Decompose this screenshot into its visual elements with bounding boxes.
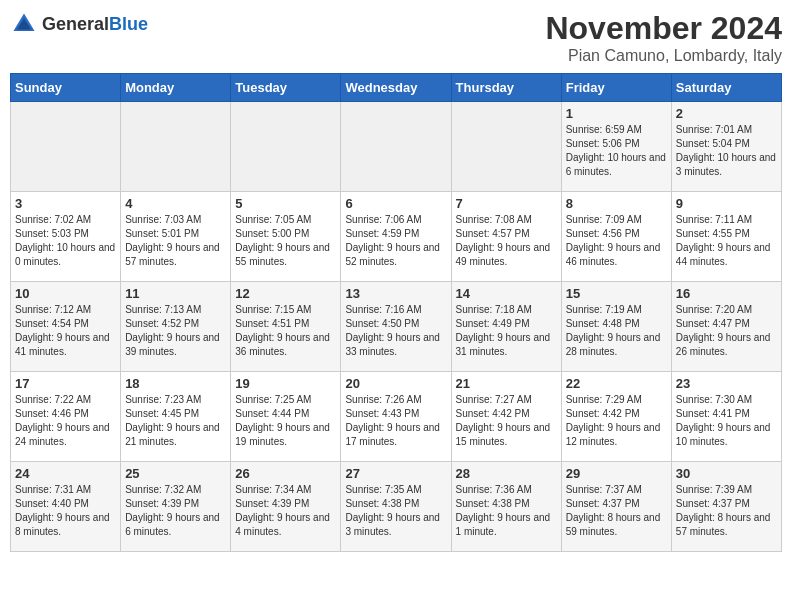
day-info: Sunrise: 7:29 AM Sunset: 4:42 PM Dayligh…	[566, 393, 667, 449]
day-info: Sunrise: 7:36 AM Sunset: 4:38 PM Dayligh…	[456, 483, 557, 539]
day-number: 1	[566, 106, 667, 121]
calendar-day-cell: 20Sunrise: 7:26 AM Sunset: 4:43 PM Dayli…	[341, 372, 451, 462]
calendar-day-cell: 1Sunrise: 6:59 AM Sunset: 5:06 PM Daylig…	[561, 102, 671, 192]
day-info: Sunrise: 7:39 AM Sunset: 4:37 PM Dayligh…	[676, 483, 777, 539]
day-info: Sunrise: 7:22 AM Sunset: 4:46 PM Dayligh…	[15, 393, 116, 449]
day-info: Sunrise: 7:20 AM Sunset: 4:47 PM Dayligh…	[676, 303, 777, 359]
day-info: Sunrise: 7:32 AM Sunset: 4:39 PM Dayligh…	[125, 483, 226, 539]
logo-icon	[10, 10, 38, 38]
day-info: Sunrise: 7:23 AM Sunset: 4:45 PM Dayligh…	[125, 393, 226, 449]
calendar-day-cell: 6Sunrise: 7:06 AM Sunset: 4:59 PM Daylig…	[341, 192, 451, 282]
day-info: Sunrise: 7:34 AM Sunset: 4:39 PM Dayligh…	[235, 483, 336, 539]
calendar-day-cell	[121, 102, 231, 192]
calendar-day-cell: 10Sunrise: 7:12 AM Sunset: 4:54 PM Dayli…	[11, 282, 121, 372]
calendar-day-cell: 23Sunrise: 7:30 AM Sunset: 4:41 PM Dayli…	[671, 372, 781, 462]
day-number: 3	[15, 196, 116, 211]
day-number: 25	[125, 466, 226, 481]
logo-general: General	[42, 14, 109, 34]
day-number: 2	[676, 106, 777, 121]
day-number: 17	[15, 376, 116, 391]
day-number: 18	[125, 376, 226, 391]
calendar-week-row: 24Sunrise: 7:31 AM Sunset: 4:40 PM Dayli…	[11, 462, 782, 552]
day-number: 15	[566, 286, 667, 301]
day-number: 16	[676, 286, 777, 301]
day-number: 8	[566, 196, 667, 211]
header: GeneralBlue November 2024 Pian Camuno, L…	[10, 10, 782, 65]
calendar-day-cell: 9Sunrise: 7:11 AM Sunset: 4:55 PM Daylig…	[671, 192, 781, 282]
calendar-day-cell: 7Sunrise: 7:08 AM Sunset: 4:57 PM Daylig…	[451, 192, 561, 282]
day-info: Sunrise: 7:08 AM Sunset: 4:57 PM Dayligh…	[456, 213, 557, 269]
day-number: 5	[235, 196, 336, 211]
calendar-day-cell: 18Sunrise: 7:23 AM Sunset: 4:45 PM Dayli…	[121, 372, 231, 462]
day-info: Sunrise: 7:19 AM Sunset: 4:48 PM Dayligh…	[566, 303, 667, 359]
day-number: 23	[676, 376, 777, 391]
calendar-week-row: 10Sunrise: 7:12 AM Sunset: 4:54 PM Dayli…	[11, 282, 782, 372]
calendar-day-cell	[451, 102, 561, 192]
day-info: Sunrise: 7:25 AM Sunset: 4:44 PM Dayligh…	[235, 393, 336, 449]
calendar-day-cell: 3Sunrise: 7:02 AM Sunset: 5:03 PM Daylig…	[11, 192, 121, 282]
day-number: 30	[676, 466, 777, 481]
day-info: Sunrise: 7:37 AM Sunset: 4:37 PM Dayligh…	[566, 483, 667, 539]
day-info: Sunrise: 7:02 AM Sunset: 5:03 PM Dayligh…	[15, 213, 116, 269]
weekday-header-cell: Thursday	[451, 74, 561, 102]
day-number: 13	[345, 286, 446, 301]
calendar-day-cell: 12Sunrise: 7:15 AM Sunset: 4:51 PM Dayli…	[231, 282, 341, 372]
calendar-day-cell: 4Sunrise: 7:03 AM Sunset: 5:01 PM Daylig…	[121, 192, 231, 282]
day-number: 12	[235, 286, 336, 301]
calendar-day-cell: 15Sunrise: 7:19 AM Sunset: 4:48 PM Dayli…	[561, 282, 671, 372]
title-area: November 2024 Pian Camuno, Lombardy, Ita…	[545, 10, 782, 65]
calendar-day-cell: 2Sunrise: 7:01 AM Sunset: 5:04 PM Daylig…	[671, 102, 781, 192]
day-info: Sunrise: 7:27 AM Sunset: 4:42 PM Dayligh…	[456, 393, 557, 449]
calendar-day-cell: 29Sunrise: 7:37 AM Sunset: 4:37 PM Dayli…	[561, 462, 671, 552]
weekday-header-row: SundayMondayTuesdayWednesdayThursdayFrid…	[11, 74, 782, 102]
calendar-day-cell: 25Sunrise: 7:32 AM Sunset: 4:39 PM Dayli…	[121, 462, 231, 552]
weekday-header-cell: Friday	[561, 74, 671, 102]
day-info: Sunrise: 7:15 AM Sunset: 4:51 PM Dayligh…	[235, 303, 336, 359]
logo-blue: Blue	[109, 14, 148, 34]
month-title: November 2024	[545, 10, 782, 47]
calendar-day-cell: 5Sunrise: 7:05 AM Sunset: 5:00 PM Daylig…	[231, 192, 341, 282]
day-number: 7	[456, 196, 557, 211]
day-info: Sunrise: 7:03 AM Sunset: 5:01 PM Dayligh…	[125, 213, 226, 269]
day-number: 10	[15, 286, 116, 301]
day-number: 21	[456, 376, 557, 391]
calendar-body: 1Sunrise: 6:59 AM Sunset: 5:06 PM Daylig…	[11, 102, 782, 552]
day-info: Sunrise: 7:05 AM Sunset: 5:00 PM Dayligh…	[235, 213, 336, 269]
calendar-day-cell: 24Sunrise: 7:31 AM Sunset: 4:40 PM Dayli…	[11, 462, 121, 552]
calendar-day-cell: 27Sunrise: 7:35 AM Sunset: 4:38 PM Dayli…	[341, 462, 451, 552]
day-number: 4	[125, 196, 226, 211]
day-info: Sunrise: 6:59 AM Sunset: 5:06 PM Dayligh…	[566, 123, 667, 179]
logo: GeneralBlue	[10, 10, 148, 38]
day-info: Sunrise: 7:35 AM Sunset: 4:38 PM Dayligh…	[345, 483, 446, 539]
calendar-week-row: 1Sunrise: 6:59 AM Sunset: 5:06 PM Daylig…	[11, 102, 782, 192]
day-info: Sunrise: 7:16 AM Sunset: 4:50 PM Dayligh…	[345, 303, 446, 359]
day-number: 27	[345, 466, 446, 481]
weekday-header-cell: Saturday	[671, 74, 781, 102]
calendar-day-cell: 17Sunrise: 7:22 AM Sunset: 4:46 PM Dayli…	[11, 372, 121, 462]
calendar-day-cell: 26Sunrise: 7:34 AM Sunset: 4:39 PM Dayli…	[231, 462, 341, 552]
day-info: Sunrise: 7:06 AM Sunset: 4:59 PM Dayligh…	[345, 213, 446, 269]
calendar-day-cell: 28Sunrise: 7:36 AM Sunset: 4:38 PM Dayli…	[451, 462, 561, 552]
calendar-day-cell: 14Sunrise: 7:18 AM Sunset: 4:49 PM Dayli…	[451, 282, 561, 372]
calendar-day-cell	[341, 102, 451, 192]
calendar-day-cell	[231, 102, 341, 192]
day-info: Sunrise: 7:01 AM Sunset: 5:04 PM Dayligh…	[676, 123, 777, 179]
day-info: Sunrise: 7:26 AM Sunset: 4:43 PM Dayligh…	[345, 393, 446, 449]
location-title: Pian Camuno, Lombardy, Italy	[545, 47, 782, 65]
day-info: Sunrise: 7:11 AM Sunset: 4:55 PM Dayligh…	[676, 213, 777, 269]
calendar-day-cell: 30Sunrise: 7:39 AM Sunset: 4:37 PM Dayli…	[671, 462, 781, 552]
day-info: Sunrise: 7:12 AM Sunset: 4:54 PM Dayligh…	[15, 303, 116, 359]
day-number: 6	[345, 196, 446, 211]
day-info: Sunrise: 7:18 AM Sunset: 4:49 PM Dayligh…	[456, 303, 557, 359]
calendar-week-row: 17Sunrise: 7:22 AM Sunset: 4:46 PM Dayli…	[11, 372, 782, 462]
calendar-week-row: 3Sunrise: 7:02 AM Sunset: 5:03 PM Daylig…	[11, 192, 782, 282]
day-number: 26	[235, 466, 336, 481]
calendar-day-cell: 16Sunrise: 7:20 AM Sunset: 4:47 PM Dayli…	[671, 282, 781, 372]
day-number: 24	[15, 466, 116, 481]
weekday-header-cell: Monday	[121, 74, 231, 102]
calendar-day-cell: 8Sunrise: 7:09 AM Sunset: 4:56 PM Daylig…	[561, 192, 671, 282]
calendar-day-cell: 19Sunrise: 7:25 AM Sunset: 4:44 PM Dayli…	[231, 372, 341, 462]
day-number: 22	[566, 376, 667, 391]
calendar-day-cell: 22Sunrise: 7:29 AM Sunset: 4:42 PM Dayli…	[561, 372, 671, 462]
weekday-header-cell: Sunday	[11, 74, 121, 102]
